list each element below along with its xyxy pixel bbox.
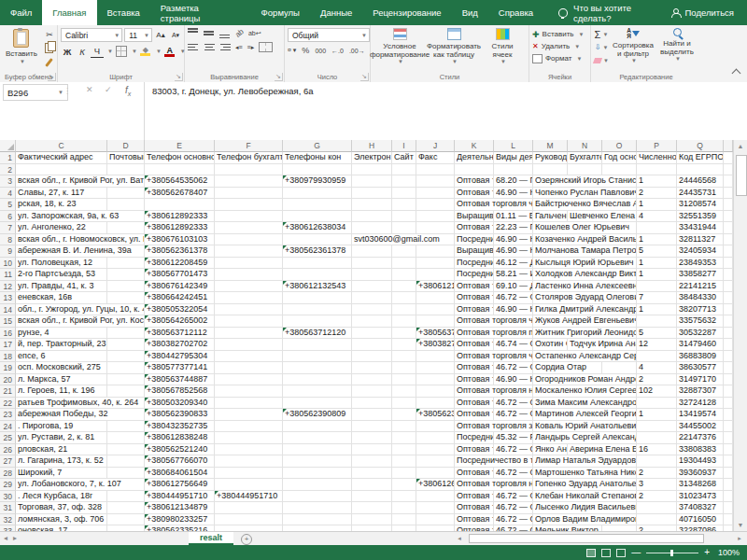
cell-x10[interactable] (724, 258, 733, 270)
cell-E23[interactable]: +380562390833 (145, 409, 215, 421)
row-header-16[interactable]: 16 (0, 328, 16, 340)
paste-button[interactable]: Вставить ▼ (3, 28, 40, 68)
cell-J2[interactable] (416, 164, 455, 176)
bold-button[interactable]: Ж (61, 46, 74, 58)
cell-H29[interactable] (352, 479, 392, 491)
orientation-button[interactable]: ab (233, 27, 246, 39)
cell-E6[interactable]: +380612892333 (145, 211, 215, 223)
cell-E33[interactable]: +380562335216 (145, 525, 215, 531)
chevron-down-icon[interactable]: ▼ (107, 49, 113, 54)
cell-L23[interactable]: 46.72 — О (494, 409, 533, 421)
cell-I21[interactable] (392, 385, 416, 398)
font-size-select[interactable]: 11 ▼ (124, 28, 152, 42)
cell-K7[interactable]: Оптовая т (455, 222, 494, 234)
cell-C19[interactable]: осп. Московский, 275 (16, 362, 107, 374)
cell-C3[interactable]: вская обл., г. Кривой Рог, ул. Ватути (16, 175, 107, 188)
cell-C1[interactable]: Фактический адрес (16, 152, 107, 164)
cell-Q25[interactable]: 22147376 (677, 432, 724, 444)
row-header-25[interactable]: 25 (0, 432, 16, 444)
cell-x31[interactable] (724, 502, 733, 514)
cell-J10[interactable] (416, 258, 455, 270)
zoom-level[interactable]: 100% (715, 548, 740, 557)
cell-D2[interactable] (107, 164, 145, 176)
cell-C27[interactable]: л. Гагарина, 173, к. 52 (16, 455, 107, 468)
cell-P6[interactable]: 4 (637, 211, 677, 223)
dialog-launcher-icon[interactable]: ↘ (48, 73, 56, 81)
cell-Q8[interactable]: 32811327 (677, 234, 724, 246)
cell-H22[interactable] (352, 398, 392, 410)
cell-C24[interactable]: . Пирогова, 19 (16, 421, 107, 433)
cell-N6[interactable]: Шевченко Елена Пе (568, 211, 602, 223)
scroll-left-icon[interactable]: ◂ (454, 535, 465, 542)
cell-J6[interactable] (416, 211, 455, 223)
row-header-13[interactable]: 13 (0, 292, 16, 304)
cell-x9[interactable] (724, 245, 733, 258)
cell-E32[interactable]: +380980233257 (145, 514, 215, 526)
vertical-scrollbar[interactable]: ▲ ▼ (733, 140, 747, 531)
cell-M33[interactable]: Мельник Виктор (533, 525, 568, 531)
cell-E3[interactable]: +380564535062 (145, 175, 215, 188)
cell-x16[interactable] (724, 328, 733, 340)
column-header-Q[interactable]: Q (677, 140, 724, 152)
cell-K21[interactable]: Оптовая торговля н (455, 385, 494, 398)
borders-button[interactable] (115, 46, 128, 58)
cell-I1[interactable]: Сайт (392, 152, 416, 164)
cell-H6[interactable] (352, 211, 392, 223)
cell-x25[interactable] (724, 432, 733, 444)
cell-P7[interactable] (637, 222, 677, 234)
insert-cells-button[interactable]: ✚Вставить▼ (532, 28, 588, 40)
cell-G21[interactable] (283, 385, 352, 398)
cell-P24[interactable] (637, 421, 677, 433)
cell-E18[interactable]: +380442795304 (145, 351, 215, 363)
cell-Q22[interactable]: 32724128 (677, 398, 724, 410)
merge-center-button[interactable] (259, 42, 273, 52)
cell-x26[interactable] (724, 444, 733, 456)
cell-x18[interactable] (724, 351, 733, 363)
cell-M1[interactable]: Руководи (533, 152, 568, 164)
horizontal-scroll-thumb[interactable] (469, 534, 704, 543)
cell-I22[interactable] (392, 398, 416, 410)
dialog-launcher-icon[interactable]: ↘ (360, 73, 369, 81)
row-header-23[interactable]: 23 (0, 409, 16, 421)
cell-E24[interactable]: +380432352735 (145, 421, 215, 433)
enter-icon[interactable]: ✓ (105, 85, 112, 94)
cell-K15[interactable]: Оптовая торговля ч (455, 315, 494, 328)
cell-E29[interactable]: +380612756649 (145, 479, 215, 491)
wrap-text-button[interactable]: ab↩ (248, 30, 261, 37)
cell-D13[interactable] (107, 292, 145, 304)
select-all-corner[interactable] (0, 140, 16, 152)
row-header-3[interactable]: 3 (0, 175, 16, 188)
cell-D23[interactable] (107, 409, 145, 421)
cell-J9[interactable] (416, 245, 455, 258)
add-sheet-button[interactable]: + (241, 534, 252, 545)
cell-H13[interactable] (352, 292, 392, 304)
align-middle-button[interactable] (204, 28, 215, 38)
cell-C20[interactable]: л. Маркса, 57 (16, 374, 107, 386)
cell-x24[interactable] (724, 421, 733, 433)
cell-I4[interactable] (392, 188, 416, 200)
cell-I10[interactable] (392, 258, 416, 270)
cell-D31[interactable] (107, 502, 145, 514)
column-header-D[interactable]: D (107, 140, 145, 152)
cell-L13[interactable]: 46.72 — О (494, 292, 533, 304)
cell-Q9[interactable]: 32405934 (677, 245, 724, 258)
cell-F26[interactable] (215, 444, 283, 456)
cell-G1[interactable]: Телефоны кон (283, 152, 352, 164)
cell-L33[interactable]: 46.72 — О (494, 525, 533, 531)
cell-E22[interactable]: +380503209340 (145, 398, 215, 410)
cell-E10[interactable]: +380612208459 (145, 258, 215, 270)
cell-K8[interactable]: Посредни (455, 234, 494, 246)
cell-E28[interactable]: +380684061504 (145, 468, 215, 480)
cell-C32[interactable]: ломянская, 3, оф. 706 (16, 514, 107, 526)
cell-x5[interactable] (724, 199, 733, 211)
normal-view-icon[interactable] (586, 549, 596, 557)
cell-K2[interactable] (455, 164, 494, 176)
cell-G26[interactable] (283, 444, 352, 456)
cell-P22[interactable] (637, 398, 677, 410)
cell-L30[interactable]: 46.72 — О (494, 491, 533, 503)
cell-P21[interactable]: 102 (637, 385, 677, 398)
cell-D25[interactable] (107, 432, 145, 444)
cell-I16[interactable] (392, 328, 416, 340)
cell-Q33[interactable]: 32287086 (677, 525, 724, 531)
cell-J16[interactable]: +38056371 (416, 328, 455, 340)
